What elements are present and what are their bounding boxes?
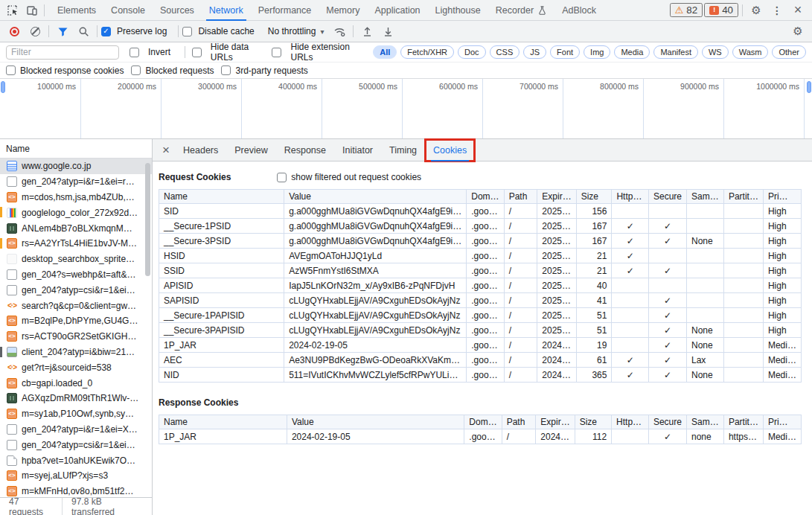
timeline-right-grip[interactable] — [807, 81, 811, 93]
request-row[interactable]: cb=gapi.loaded_0 — [0, 375, 152, 391]
sidebar-scrollbar-thumb[interactable] — [145, 163, 150, 276]
col-header-expires[interactable]: Expir… — [537, 190, 576, 204]
detail-tab-cookies[interactable]: Cookies — [425, 139, 475, 161]
chip-wasm[interactable]: Wasm — [732, 45, 769, 59]
cookie-row[interactable]: NID511=IVutICKhvMvWCZLylef5cfRPwYULi….go… — [159, 368, 802, 383]
request-row[interactable]: desktop_searchbox_sprite… — [0, 252, 152, 267]
request-row[interactable]: rs=AA2YrTsL4HiE1bvJV-M… — [0, 236, 152, 252]
tab-elements[interactable]: Elements — [50, 0, 103, 21]
chip-doc[interactable]: Doc — [458, 45, 486, 59]
third-party-requests-checkbox[interactable] — [221, 65, 231, 75]
col-header-samesite[interactable]: Sam… — [687, 190, 724, 204]
chip-manifest[interactable]: Manifest — [653, 45, 698, 59]
request-row[interactable]: gen_204?atyp=i&r=1&ei=r… — [0, 174, 152, 190]
network-conditions-button[interactable] — [330, 22, 349, 41]
preserve-log-checkbox[interactable] — [101, 27, 111, 36]
chip-font[interactable]: Font — [550, 45, 580, 59]
col-header-samesite[interactable]: Sam… — [686, 415, 723, 429]
chip-css[interactable]: CSS — [490, 45, 520, 59]
col-header-partition[interactable]: Partit… — [723, 190, 763, 204]
cookie-row[interactable]: APISIDIapJ5LnKOrN32m_x/Ay9xIB6-zPqNFDjvH… — [159, 278, 802, 293]
requests-name-column-header[interactable]: Name — [0, 139, 152, 159]
cookie-row[interactable]: __Secure-3PAPISIDcLUgQYHxabLEjjAV/A9Cxgu… — [159, 323, 802, 338]
settings-gear-icon[interactable] — [747, 1, 766, 20]
warnings-indicator[interactable]: 82 — [670, 3, 703, 17]
tab-console[interactable]: Console — [103, 0, 153, 21]
tab-lighthouse[interactable]: Lighthouse — [428, 0, 488, 21]
request-row[interactable]: rs=ACT90oGR2SetGKIGH… — [0, 329, 152, 345]
timeline-left-grip[interactable] — [1, 81, 5, 93]
col-header-secure[interactable]: Secure — [648, 190, 686, 204]
detail-tab-headers[interactable]: Headers — [175, 139, 226, 161]
col-header-value[interactable]: Value — [287, 415, 464, 429]
more-options-icon[interactable] — [767, 1, 787, 20]
tab-performance[interactable]: Performance — [251, 0, 319, 21]
request-row[interactable]: get?rt=j&sourceid=538 — [0, 359, 152, 375]
col-header-httponly[interactable]: Http… — [612, 190, 649, 204]
col-header-priority[interactable]: Pri… — [763, 415, 801, 429]
close-detail-icon[interactable] — [157, 141, 175, 159]
col-header-size[interactable]: Size — [576, 190, 612, 204]
col-header-name[interactable]: Name — [159, 190, 284, 204]
cookie-row[interactable]: 1P_JAR2024-02-19-05.goo…/2024…19✓NoneMed… — [159, 338, 802, 353]
cookie-row[interactable]: __Secure-1PSIDg.a000gghMUa8iGVGwDqnuhQX4… — [159, 219, 802, 234]
export-har-button[interactable] — [378, 22, 397, 41]
request-row[interactable]: m=syej,aLUfP?xjs=s3 — [0, 468, 152, 484]
chip-ws[interactable]: WS — [702, 45, 729, 59]
request-row[interactable]: search?q&cp=0&client=gw… — [0, 298, 152, 313]
col-header-name[interactable]: Name — [159, 415, 287, 429]
network-overview-timeline[interactable]: 100000 ms200000 ms300000 ms400000 ms5000… — [0, 79, 812, 139]
request-row[interactable]: www.google.co.jp — [0, 159, 152, 174]
tab-network[interactable]: Network — [202, 0, 251, 21]
request-row[interactable]: gen_204?atyp=csi&r=1&ei… — [0, 437, 152, 452]
detail-tab-response[interactable]: Response — [276, 139, 334, 161]
detail-tab-timing[interactable]: Timing — [381, 139, 425, 161]
request-row[interactable]: ANLem4bB7oBLXkmqnM… — [0, 220, 152, 236]
request-row[interactable]: m=sy1ab,P10Owf,synb,sy… — [0, 406, 152, 422]
request-row[interactable]: hpba?vet=10ahUKEwik7O… — [0, 452, 152, 468]
cookie-row[interactable]: SIDg.a000gghMUa8iGVGwDqnuhQX4afgE9i….goo… — [159, 204, 802, 219]
close-devtools-icon[interactable] — [788, 1, 808, 20]
request-row[interactable]: gen_204?atyp=i&r=1&ei=X… — [0, 422, 152, 438]
cookie-row[interactable]: HSIDAVEgmOAToHJJQ1yLd.goo…/2025…21✓High — [159, 249, 802, 263]
chip-img[interactable]: Img — [584, 45, 610, 59]
request-row[interactable]: AGXqzDmRM09tThR1Wlv-… — [0, 391, 152, 406]
cookie-row[interactable]: SSIDAzW5FnmYstI6StMXA.goo…/2025…21✓✓High — [159, 263, 802, 278]
chip-media[interactable]: Media — [614, 45, 650, 59]
col-header-httponly[interactable]: Http… — [612, 415, 649, 429]
chip-all[interactable]: All — [373, 45, 397, 59]
request-row[interactable]: m=B2qlPe,DhPYme,GU4G… — [0, 313, 152, 329]
col-header-value[interactable]: Value — [284, 190, 467, 204]
disable-cache-checkbox[interactable] — [182, 27, 192, 36]
col-header-domain[interactable]: Dom… — [467, 190, 504, 204]
tab-application[interactable]: Application — [367, 0, 427, 21]
tab-sources[interactable]: Sources — [153, 0, 202, 21]
request-row[interactable]: m=kMFnHd,ov8o,bm51tf2… — [0, 484, 152, 497]
col-header-size[interactable]: Size — [575, 415, 611, 429]
blocked-response-cookies-checkbox[interactable] — [6, 65, 16, 75]
cookie-row[interactable]: 1P_JAR2024-02-19-05.goo…/2024…112✓noneht… — [159, 429, 802, 444]
detail-tab-initiator[interactable]: Initiator — [334, 139, 381, 161]
col-header-secure[interactable]: Secure — [648, 415, 686, 429]
throttling-select[interactable]: No throttling — [263, 26, 329, 36]
request-row[interactable]: client_204?atyp=i&biw=21… — [0, 345, 152, 360]
network-settings-gear-icon[interactable] — [788, 22, 808, 41]
request-row[interactable]: gen_204?s=webhp&t=aft&… — [0, 267, 152, 283]
filter-input[interactable] — [6, 45, 119, 60]
col-header-priority[interactable]: Pri… — [763, 190, 801, 204]
hide-extension-urls-checkbox[interactable] — [272, 48, 281, 57]
cookie-row[interactable]: __Secure-1PAPISIDcLUgQYHxabLEjjAV/A9Cxgu… — [159, 308, 802, 323]
invert-checkbox[interactable] — [130, 48, 139, 57]
chip-fetch-xhr[interactable]: Fetch/XHR — [400, 45, 454, 59]
col-header-path[interactable]: Path — [504, 190, 537, 204]
cookie-row[interactable]: __Secure-3PSIDg.a000gghMUa8iGVGwDqnuhQX4… — [159, 234, 802, 249]
filter-toggle-button[interactable] — [53, 22, 72, 41]
request-row[interactable]: m=cdos,hsm,jsa,mb4ZUb,… — [0, 190, 152, 205]
blocked-requests-checkbox[interactable] — [131, 65, 141, 75]
tab-adblock[interactable]: AdBlock — [554, 0, 604, 21]
record-network-log-button[interactable] — [4, 22, 24, 41]
device-toolbar-icon[interactable] — [22, 1, 42, 20]
request-row[interactable]: gen_204?atyp=csi&r=1&ei… — [0, 282, 152, 298]
chip-js[interactable]: JS — [523, 45, 546, 59]
detail-tab-preview[interactable]: Preview — [226, 139, 275, 161]
